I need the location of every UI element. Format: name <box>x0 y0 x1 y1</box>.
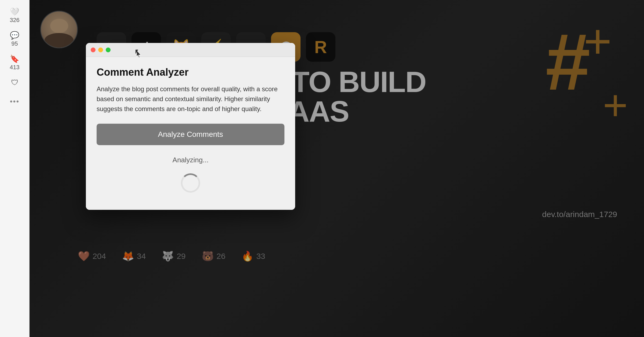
analyze-button[interactable]: Analyze Comments <box>97 124 284 145</box>
comment-icon: 💬 <box>10 32 19 39</box>
comment-count: 95 <box>11 40 18 47</box>
main-content: ✏️ / 🐱 ⚡ ▲ ◉ R NEED TO BUILD RST SAAS # … <box>30 0 644 337</box>
more-icon: ••• <box>10 97 19 106</box>
window-titlebar <box>86 43 295 57</box>
sidebar-item-more[interactable]: ••• <box>10 94 19 106</box>
shield-icon: 🛡 <box>11 79 19 86</box>
analyzing-text: Analyzing... <box>97 156 284 164</box>
sidebar-item-comment[interactable]: 💬 95 <box>10 32 19 47</box>
bookmark-count: 413 <box>10 64 20 71</box>
sidebar-item-like[interactable]: 🤍 326 <box>10 8 20 24</box>
like-count: 326 <box>10 17 20 24</box>
heart-plus-icon: 🤍 <box>10 8 19 16</box>
sidebar-item-bookmark[interactable]: 🔖 413 <box>10 55 20 71</box>
sidebar-item-shield[interactable]: 🛡 <box>11 79 19 86</box>
macos-window: Comment Analyzer Analyze the blog post c… <box>86 43 295 210</box>
window-title: Comment Analyzer <box>97 67 284 78</box>
spinner-container <box>97 170 284 196</box>
sidebar: 🤍 326 💬 95 🔖 413 🛡 ••• <box>0 0 30 337</box>
window-body: Comment Analyzer Analyze the blog post c… <box>86 57 295 210</box>
window-close-button[interactable] <box>91 47 96 52</box>
window-minimize-button[interactable] <box>98 47 103 52</box>
window-description: Analyze the blog post comments for overa… <box>97 84 284 114</box>
bookmark-icon: 🔖 <box>10 55 19 63</box>
window-maximize-button[interactable] <box>106 47 111 52</box>
loading-spinner <box>181 173 200 193</box>
